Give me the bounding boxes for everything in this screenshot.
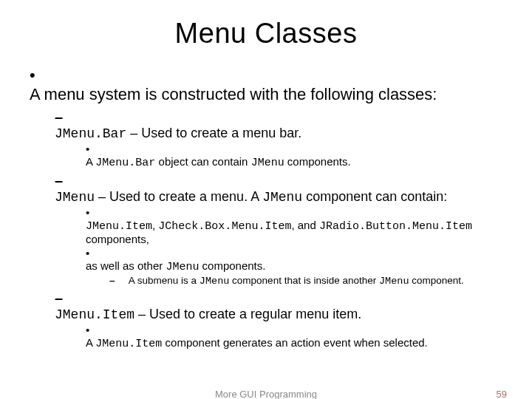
plain-text: component that is inside another xyxy=(229,275,379,286)
plain-text: object can contain xyxy=(155,155,250,168)
plain-text: , and xyxy=(291,219,319,231)
code-text: JMenu xyxy=(251,157,284,169)
code-text: JCheck.Box.Menu.Item xyxy=(158,220,291,233)
bullet-lvl2: JMenu.Item – Used to create a regular me… xyxy=(55,290,505,350)
plain-text: A xyxy=(86,155,95,168)
bullet-text: as well as other JMenu components. xyxy=(86,259,485,273)
code-text: JMenu.Bar xyxy=(55,126,126,141)
plain-text: – Used to create a menu. A xyxy=(95,189,262,204)
plain-text: components. xyxy=(284,155,351,168)
plain-text: components, xyxy=(86,233,149,245)
bullet-lvl1: A menu system is constructed with the fo… xyxy=(30,66,505,350)
bullet-text: JMenu.Item – Used to create a regular me… xyxy=(55,307,483,322)
page-number: 59 xyxy=(497,389,507,399)
code-text: JRadio.Button.Menu.Item xyxy=(319,220,472,233)
bullet-text: JMenu – Used to create a menu. A JMenu c… xyxy=(55,189,483,205)
code-text: JMenu.Item xyxy=(95,338,162,350)
bullet-text: JMenu.Item, JCheck.Box.Menu.Item, and JR… xyxy=(86,219,485,245)
bullet-lvl2: JMenu – Used to create a menu. A JMenu c… xyxy=(55,172,505,287)
bullet-list-lvl2: JMenu.Bar – Used to create a menu bar. A… xyxy=(30,109,505,350)
code-text: JMenu.Item xyxy=(55,307,134,322)
bullet-list-lvl3: A JMenu.Bar object can contain JMenu com… xyxy=(55,143,505,169)
bullet-list-lvl3: JMenu.Item, JCheck.Box.Menu.Item, and JR… xyxy=(55,206,505,287)
code-text: JMenu.Item xyxy=(86,220,152,233)
code-text: JMenu xyxy=(55,190,95,205)
plain-text: A xyxy=(86,336,95,349)
bullet-list-lvl4: A submenu is a JMenu component that is i… xyxy=(86,275,505,287)
plain-text: component. xyxy=(409,275,464,286)
plain-text: A submenu is a xyxy=(129,275,200,286)
code-text: JMenu xyxy=(200,276,230,287)
bullet-list-lvl3: A JMenu.Item component generates an acti… xyxy=(55,324,505,350)
footer-title: More GUI Programming xyxy=(215,389,317,399)
plain-text: – Used to create a menu bar. xyxy=(126,126,301,140)
code-text: JMenu.Bar xyxy=(95,157,155,169)
bullet-lvl3: A JMenu.Item component generates an acti… xyxy=(86,324,505,350)
bullet-text: A JMenu.Bar object can contain JMenu com… xyxy=(86,155,485,169)
bullet-text: JMenu.Bar – Used to create a menu bar. xyxy=(55,126,483,141)
bullet-text: A JMenu.Item component generates an acti… xyxy=(86,336,485,350)
code-text: JMenu xyxy=(379,276,409,287)
bullet-lvl3: A JMenu.Bar object can contain JMenu com… xyxy=(86,143,505,169)
bullet-text: A menu system is constructed with the fo… xyxy=(30,85,483,104)
code-text: JMenu xyxy=(166,261,199,273)
slide-title: Menu Classes xyxy=(27,18,505,50)
slide: Menu Classes A menu system is constructe… xyxy=(0,0,532,399)
bullet-lvl2: JMenu.Bar – Used to create a menu bar. A… xyxy=(55,109,505,169)
bullet-list-root: A menu system is constructed with the fo… xyxy=(27,66,505,350)
plain-text: component can contain: xyxy=(302,189,447,204)
code-text: JMenu xyxy=(262,190,302,205)
bullet-text: A submenu is a JMenu component that is i… xyxy=(129,275,505,287)
plain-text: components. xyxy=(199,259,265,272)
plain-text: – Used to create a regular menu item. xyxy=(134,307,361,321)
plain-text: as well as other xyxy=(86,259,166,272)
bullet-lvl4: A submenu is a JMenu component that is i… xyxy=(109,275,505,287)
bullet-lvl3: as well as other JMenu components. A sub… xyxy=(86,247,505,287)
bullet-lvl3: JMenu.Item, JCheck.Box.Menu.Item, and JR… xyxy=(86,206,505,245)
plain-text: component generates an action event when… xyxy=(162,336,427,349)
